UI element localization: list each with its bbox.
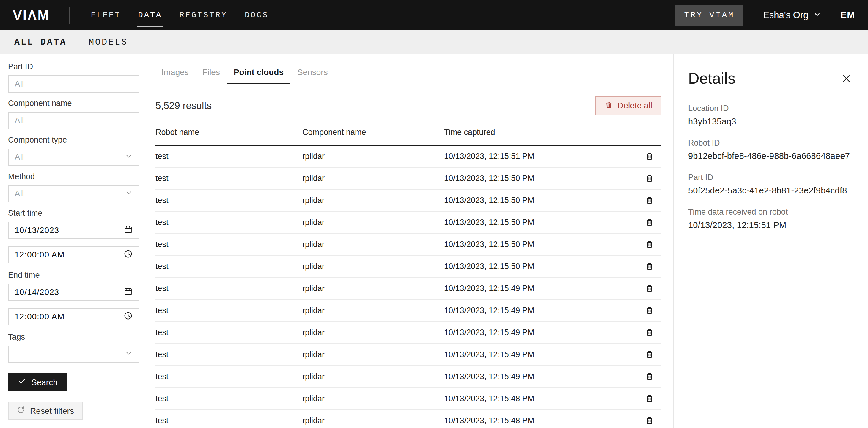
table-row[interactable]: test rplidar 10/13/2023, 12:15:49 PM xyxy=(155,366,661,388)
user-avatar[interactable]: EM xyxy=(841,10,855,21)
table-row[interactable]: test rplidar 10/13/2023, 12:15:48 PM xyxy=(155,410,661,428)
trash-icon xyxy=(645,350,654,360)
delete-all-button[interactable]: Delete all xyxy=(595,96,661,115)
cell-robot-name: test xyxy=(155,174,302,183)
table-row[interactable]: test rplidar 10/13/2023, 12:15:50 PM xyxy=(155,190,661,211)
sub-nav: ALL DATA MODELS xyxy=(0,30,868,54)
viam-logo[interactable]: VIΛM xyxy=(13,7,50,23)
calendar-icon[interactable] xyxy=(124,225,132,236)
nav-link-registry[interactable]: REGISTRY xyxy=(179,11,227,20)
nav-link-fleet[interactable]: FLEET xyxy=(91,11,121,20)
component-type-select[interactable]: All xyxy=(8,148,139,166)
end-time-input[interactable]: 12:00:00 AM xyxy=(8,308,139,325)
row-delete-button[interactable] xyxy=(645,372,654,381)
close-icon[interactable] xyxy=(841,74,851,84)
nav-links: FLEET DATA REGISTRY DOCS xyxy=(91,11,269,20)
tab-files[interactable]: Files xyxy=(203,67,220,77)
results-count: 5,529 results xyxy=(155,100,212,111)
nav-link-data[interactable]: DATA xyxy=(138,11,162,20)
table-row[interactable]: test rplidar 10/13/2023, 12:15:49 PM xyxy=(155,322,661,344)
cell-component-name: rplidar xyxy=(302,350,444,359)
org-dropdown[interactable]: Esha's Org xyxy=(763,10,821,21)
method-value: All xyxy=(14,189,24,199)
table-row[interactable]: test rplidar 10/13/2023, 12:15:49 PM xyxy=(155,278,661,300)
cell-component-name: rplidar xyxy=(302,240,444,249)
filter-start-time: Start time 10/13/2023 12:00:00 AM xyxy=(8,209,139,263)
nav-link-docs[interactable]: DOCS xyxy=(245,11,269,20)
data-table: Robot name Component name Time captured … xyxy=(155,128,661,428)
row-delete-button[interactable] xyxy=(645,262,654,272)
trash-icon xyxy=(645,328,654,338)
filter-part-id: Part ID xyxy=(8,62,139,92)
nav-divider xyxy=(69,7,70,24)
filter-end-time: End time 10/14/2023 12:00:00 AM xyxy=(8,270,139,325)
filter-component-name: Component name xyxy=(8,99,139,129)
row-delete-button[interactable] xyxy=(645,151,654,161)
nav-right: TRY VIAM Esha's Org EM xyxy=(675,5,855,26)
table-row[interactable]: test rplidar 10/13/2023, 12:15:50 PM xyxy=(155,211,661,234)
time-received-value: 10/13/2023, 12:15:51 PM xyxy=(688,220,856,230)
calendar-icon[interactable] xyxy=(124,287,132,298)
row-delete-button[interactable] xyxy=(645,350,654,360)
tab-images[interactable]: Images xyxy=(161,67,189,77)
table-row[interactable]: test rplidar 10/13/2023, 12:15:51 PM xyxy=(155,146,661,168)
clock-icon[interactable] xyxy=(124,250,132,260)
cell-component-name: rplidar xyxy=(302,372,444,381)
tags-select[interactable] xyxy=(8,346,139,363)
chevron-down-icon xyxy=(125,349,132,359)
trash-icon xyxy=(645,196,654,205)
table-row[interactable]: test rplidar 10/13/2023, 12:15:48 PM xyxy=(155,388,661,410)
cell-component-name: rplidar xyxy=(302,328,444,337)
cell-component-name: rplidar xyxy=(302,306,444,315)
column-time-captured: Time captured xyxy=(444,128,638,137)
method-select[interactable]: All xyxy=(8,185,139,202)
end-date-input[interactable]: 10/14/2023 xyxy=(8,284,139,301)
row-delete-button[interactable] xyxy=(645,328,654,338)
tab-models[interactable]: MODELS xyxy=(89,37,128,47)
cell-component-name: rplidar xyxy=(302,394,444,403)
row-delete-button[interactable] xyxy=(645,239,654,250)
row-delete-button[interactable] xyxy=(645,196,654,205)
tab-point-clouds[interactable]: Point clouds xyxy=(234,67,284,77)
cell-time-captured: 10/13/2023, 12:15:50 PM xyxy=(444,196,638,205)
tab-sensors[interactable]: Sensors xyxy=(297,67,328,77)
cell-robot-name: test xyxy=(155,262,302,271)
table-row[interactable]: test rplidar 10/13/2023, 12:15:50 PM xyxy=(155,234,661,256)
cell-robot-name: test xyxy=(155,372,302,381)
table-row[interactable]: test rplidar 10/13/2023, 12:15:50 PM xyxy=(155,256,661,278)
cell-component-name: rplidar xyxy=(302,262,444,271)
reset-filters-button[interactable]: Reset filters xyxy=(8,402,83,420)
row-delete-button[interactable] xyxy=(645,306,654,315)
reset-filters-label: Reset filters xyxy=(30,406,74,416)
cell-robot-name: test xyxy=(155,416,302,425)
start-time-input[interactable]: 12:00:00 AM xyxy=(8,246,139,263)
cell-robot-name: test xyxy=(155,196,302,205)
chevron-down-icon xyxy=(125,189,132,199)
cell-time-captured: 10/13/2023, 12:15:49 PM xyxy=(444,306,638,315)
filter-component-type: Component type All xyxy=(8,136,139,166)
start-time-value: 12:00:00 AM xyxy=(14,250,64,260)
search-button[interactable]: Search xyxy=(8,373,67,391)
table-row[interactable]: test rplidar 10/13/2023, 12:15:50 PM xyxy=(155,168,661,190)
cell-time-captured: 10/13/2023, 12:15:51 PM xyxy=(444,152,638,161)
row-delete-button[interactable] xyxy=(645,416,654,426)
table-row[interactable]: test rplidar 10/13/2023, 12:15:49 PM xyxy=(155,344,661,366)
row-delete-button[interactable] xyxy=(645,394,654,404)
chevron-down-icon xyxy=(125,152,132,162)
refresh-icon xyxy=(17,406,25,416)
try-viam-button[interactable]: TRY VIAM xyxy=(675,5,744,26)
table-row[interactable]: test rplidar 10/13/2023, 12:15:49 PM xyxy=(155,300,661,322)
cell-component-name: rplidar xyxy=(302,218,444,227)
end-time-label: End time xyxy=(8,270,139,280)
start-date-input[interactable]: 10/13/2023 xyxy=(8,222,139,239)
part-id-input[interactable] xyxy=(8,75,139,92)
component-name-input[interactable] xyxy=(8,112,139,129)
data-type-tabs: Images Files Point clouds Sensors xyxy=(155,67,334,84)
clock-icon[interactable] xyxy=(124,311,132,322)
row-delete-button[interactable] xyxy=(645,173,654,183)
tab-all-data[interactable]: ALL DATA xyxy=(14,37,67,47)
location-id-label: Location ID xyxy=(688,104,856,113)
row-delete-button[interactable] xyxy=(645,218,654,227)
search-button-label: Search xyxy=(31,378,58,387)
row-delete-button[interactable] xyxy=(645,284,654,293)
